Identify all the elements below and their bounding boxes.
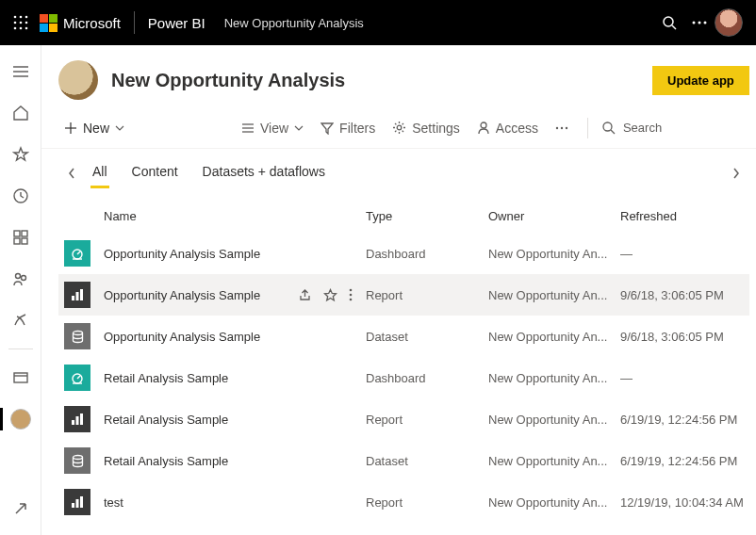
svg-point-12 bbox=[698, 22, 701, 24]
svg-rect-24 bbox=[14, 373, 27, 382]
search-icon bbox=[601, 121, 616, 135]
svg-point-13 bbox=[704, 22, 707, 24]
app-launcher-icon[interactable] bbox=[13, 15, 28, 30]
table-row[interactable]: Opportunity Analysis SampleReportNew Opp… bbox=[58, 274, 749, 316]
nav-apps-icon[interactable] bbox=[0, 220, 41, 254]
dataset-icon bbox=[64, 323, 90, 349]
item-type: Dataset bbox=[366, 454, 488, 468]
item-owner: New Opportunity An... bbox=[488, 495, 620, 510]
tab-content[interactable]: Content bbox=[130, 158, 180, 188]
table-row[interactable]: testReportNew Opportunity An...12/19/19,… bbox=[58, 481, 749, 523]
share-icon[interactable] bbox=[298, 288, 312, 302]
svg-point-47 bbox=[350, 293, 353, 296]
tab-row: All Content Datasets + dataflows bbox=[41, 149, 756, 188]
table-row[interactable]: Opportunity Analysis SampleDatasetNew Op… bbox=[58, 316, 749, 357]
microsoft-logo: Microsoft bbox=[40, 14, 121, 32]
svg-point-31 bbox=[397, 125, 402, 130]
search-icon[interactable] bbox=[654, 15, 684, 30]
tab-all[interactable]: All bbox=[90, 158, 109, 188]
svg-rect-45 bbox=[80, 289, 83, 300]
table-row[interactable]: Retail Analysis SampleReportNew Opportun… bbox=[58, 398, 749, 440]
access-button[interactable]: Access bbox=[471, 117, 544, 139]
svg-point-0 bbox=[14, 16, 17, 19]
nav-collapse-icon[interactable] bbox=[0, 55, 41, 89]
svg-point-8 bbox=[25, 27, 28, 30]
svg-point-38 bbox=[73, 250, 82, 259]
svg-point-32 bbox=[481, 122, 486, 128]
tabs-next-button[interactable] bbox=[723, 168, 749, 179]
table-row[interactable]: Retail Analysis SampleDatasetNew Opportu… bbox=[58, 440, 749, 481]
avatar[interactable] bbox=[715, 8, 743, 37]
svg-point-23 bbox=[21, 276, 25, 281]
nav-current-workspace[interactable] bbox=[0, 402, 41, 436]
more-icon bbox=[555, 126, 568, 130]
search-input[interactable]: Search bbox=[601, 121, 662, 135]
item-name: Retail Analysis Sample bbox=[104, 413, 366, 427]
svg-rect-70 bbox=[80, 496, 83, 508]
dataset-icon bbox=[64, 447, 90, 474]
gear-icon bbox=[392, 121, 406, 135]
svg-point-7 bbox=[20, 27, 23, 30]
col-refreshed[interactable]: Refreshed bbox=[620, 209, 744, 223]
svg-point-9 bbox=[664, 17, 673, 26]
item-name: Opportunity Analysis Sample bbox=[104, 330, 366, 344]
brand-label: Microsoft bbox=[63, 15, 121, 31]
search-placeholder: Search bbox=[623, 121, 662, 135]
update-app-button[interactable]: Update app bbox=[652, 66, 749, 95]
favorite-icon[interactable] bbox=[323, 288, 337, 302]
svg-line-37 bbox=[611, 130, 615, 134]
dashboard-icon bbox=[64, 365, 90, 391]
svg-rect-60 bbox=[80, 413, 83, 425]
table-row[interactable]: Retail Analysis SampleDashboardNew Oppor… bbox=[58, 357, 749, 398]
svg-point-34 bbox=[561, 126, 563, 128]
nav-workspaces-icon[interactable] bbox=[0, 361, 41, 395]
tabs-prev-button[interactable] bbox=[58, 168, 85, 179]
more-commands-button[interactable] bbox=[550, 122, 574, 134]
table-row[interactable]: Opportunity Analysis SampleDashboardNew … bbox=[58, 233, 749, 274]
new-button[interactable]: New bbox=[58, 117, 130, 139]
access-label: Access bbox=[496, 121, 538, 136]
view-button[interactable]: View bbox=[236, 117, 309, 139]
filters-label: Filters bbox=[339, 121, 375, 136]
svg-rect-21 bbox=[22, 238, 27, 244]
table-header: Name Type Owner Refreshed bbox=[58, 192, 749, 233]
nav-favorites-icon[interactable] bbox=[0, 138, 41, 171]
item-name: Opportunity Analysis Sample bbox=[104, 288, 298, 302]
content-table: Name Type Owner Refreshed Opportunity An… bbox=[41, 188, 756, 523]
item-refreshed: 6/19/19, 12:24:56 PM bbox=[620, 454, 744, 468]
settings-label: Settings bbox=[412, 121, 460, 136]
col-name[interactable]: Name bbox=[104, 209, 366, 223]
workspace-image bbox=[58, 60, 98, 100]
page-title: New Opportunity Analysis bbox=[111, 70, 652, 91]
col-type[interactable]: Type bbox=[366, 209, 488, 223]
filters-button[interactable]: Filters bbox=[315, 117, 381, 139]
svg-point-35 bbox=[566, 126, 567, 128]
nav-home-icon[interactable] bbox=[0, 96, 41, 130]
svg-point-64 bbox=[73, 455, 82, 459]
chevron-down-icon bbox=[115, 125, 124, 131]
person-icon bbox=[477, 121, 490, 135]
more-icon[interactable] bbox=[684, 21, 715, 24]
nav-shared-icon[interactable] bbox=[0, 262, 41, 296]
nav-learn-icon[interactable] bbox=[0, 303, 41, 337]
svg-rect-58 bbox=[72, 420, 74, 425]
nav-expand-icon[interactable] bbox=[0, 492, 41, 526]
item-refreshed: 12/19/19, 10:04:34 AM bbox=[620, 495, 744, 510]
view-label: View bbox=[260, 121, 288, 136]
col-owner[interactable]: Owner bbox=[488, 209, 620, 223]
item-name: Retail Analysis Sample bbox=[104, 454, 366, 468]
new-label: New bbox=[83, 121, 109, 136]
main-content: New Opportunity Analysis Update app New … bbox=[41, 45, 756, 535]
svg-point-6 bbox=[14, 27, 17, 30]
row-more-icon[interactable] bbox=[349, 288, 353, 302]
item-name: Opportunity Analysis Sample bbox=[104, 247, 366, 261]
item-refreshed: — bbox=[620, 371, 744, 385]
item-refreshed: — bbox=[620, 247, 744, 261]
workspace-thumb-icon bbox=[10, 409, 31, 430]
item-type: Report bbox=[366, 413, 488, 427]
settings-button[interactable]: Settings bbox=[386, 117, 466, 139]
tab-datasets-dataflows[interactable]: Datasets + dataflows bbox=[201, 158, 327, 188]
breadcrumb[interactable]: New Opportunity Analysis bbox=[224, 16, 364, 30]
nav-recent-icon[interactable] bbox=[0, 179, 41, 213]
report-icon bbox=[64, 282, 90, 308]
